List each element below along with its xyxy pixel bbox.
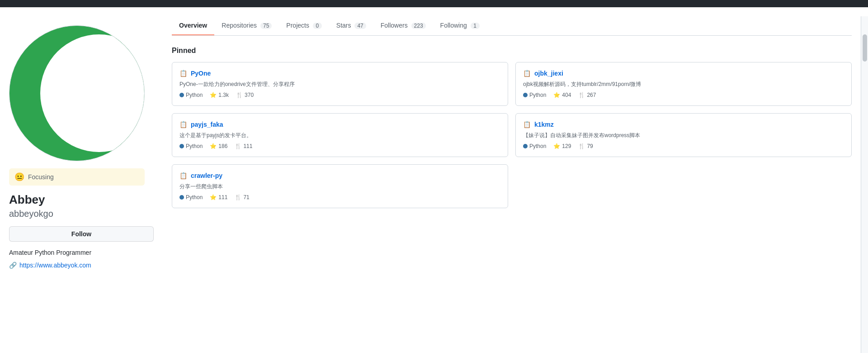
repo-lang-pyone: Python — [179, 92, 203, 98]
forks-count: 71 — [243, 194, 249, 200]
tab-following[interactable]: Following 1 — [433, 16, 487, 35]
stars-count: 1.3k — [218, 92, 229, 98]
fork-icon: 🍴 — [235, 143, 241, 149]
tab-stars[interactable]: Stars 47 — [329, 16, 373, 35]
repo-book-icon: 📋 — [179, 70, 187, 77]
pinned-grid: 📋 PyOne PyOne-一款给力的onedrive文件管理、分享程序 Pyt… — [172, 62, 852, 208]
tab-overview-label: Overview — [179, 22, 207, 29]
repo-lang-crawler: Python — [179, 194, 203, 200]
repo-book-icon: 📋 — [179, 121, 187, 128]
repo-card-pyone: 📋 PyOne PyOne-一款给力的onedrive文件管理、分享程序 Pyt… — [172, 62, 508, 106]
star-icon: ⭐ — [210, 194, 217, 200]
link-icon: 🔗 — [9, 262, 17, 269]
star-icon: ⭐ — [553, 92, 560, 98]
repo-book-icon: 📋 — [523, 70, 531, 77]
tab-repositories-count: 75 — [260, 23, 272, 29]
tab-stars-count: 47 — [354, 23, 366, 29]
tab-projects-label: Projects — [286, 22, 309, 29]
repo-book-icon: 📋 — [523, 121, 531, 128]
avatar-toggle-circle — [40, 34, 145, 152]
tab-overview[interactable]: Overview — [172, 16, 214, 35]
repo-desc-crawler: 分享一些爬虫脚本 — [179, 183, 500, 191]
forks-count: 79 — [587, 143, 593, 149]
tab-followers[interactable]: Followers 223 — [373, 16, 433, 35]
user-bio: Amateur Python Programmer — [9, 249, 154, 256]
lang-dot — [523, 93, 528, 97]
star-icon: ⭐ — [553, 143, 560, 149]
repo-name-k1kmz[interactable]: k1kmz — [534, 121, 554, 128]
repo-lang-label: Python — [186, 143, 203, 149]
repo-name-payjs[interactable]: payjs_faka — [191, 121, 223, 128]
stars-count: 129 — [562, 143, 571, 149]
fork-icon: 🍴 — [235, 194, 241, 200]
stars-count: 186 — [218, 143, 227, 149]
tab-projects[interactable]: Projects 0 — [279, 16, 329, 35]
repo-meta-k1kmz: Python ⭐ 129 🍴 79 — [523, 143, 844, 149]
tab-following-label: Following — [440, 22, 467, 29]
repo-forks-pyone: 🍴 370 — [236, 92, 254, 98]
repo-name-pyone[interactable]: PyOne — [191, 70, 211, 77]
repo-stars-ojbk: ⭐ 404 — [553, 92, 571, 98]
repo-forks-crawler: 🍴 71 — [235, 194, 249, 200]
forks-count: 370 — [245, 92, 254, 98]
repo-stars-k1kmz: ⭐ 129 — [553, 143, 571, 149]
repo-card-k1kmz: 📋 k1kmz 【妹子说】自动采集妹子图并发布wordpress脚本 Pytho… — [515, 113, 852, 157]
repo-card-ojbk: 📋 ojbk_jiexi ojbk视频解析源码，支持tumblr/2mm/91p… — [515, 62, 852, 106]
user-name: Abbey — [9, 193, 154, 207]
tab-projects-count: 0 — [313, 23, 322, 29]
repo-card-header: 📋 ojbk_jiexi — [523, 70, 844, 77]
repo-book-icon: 📋 — [179, 172, 187, 179]
website-link[interactable]: 🔗 https://www.abbeyok.com — [9, 262, 154, 269]
repo-stars-pyone: ⭐ 1.3k — [210, 92, 229, 98]
repo-forks-k1kmz: 🍴 79 — [578, 143, 593, 149]
lang-dot — [179, 195, 184, 200]
tab-followers-label: Followers — [381, 22, 408, 29]
focusing-label: Focusing — [28, 173, 54, 181]
avatar — [9, 25, 145, 161]
sidebar: 😐 Focusing Abbey abbeyokgo Follow Amateu… — [0, 16, 163, 353]
repo-desc-pyone: PyOne-一款给力的onedrive文件管理、分享程序 — [179, 81, 500, 88]
repo-stars-payjs: ⭐ 186 — [210, 143, 227, 149]
tab-repositories[interactable]: Repositories 75 — [214, 16, 279, 35]
repo-meta-ojbk: Python ⭐ 404 🍴 267 — [523, 92, 844, 98]
stars-count: 111 — [218, 194, 227, 200]
pinned-title: Pinned — [172, 47, 852, 55]
lang-dot — [523, 144, 528, 148]
repo-name-ojbk[interactable]: ojbk_jiexi — [534, 70, 563, 77]
tab-followers-count: 223 — [411, 23, 426, 29]
scrollbar-thumb[interactable] — [863, 34, 867, 62]
website-url: https://www.abbeyok.com — [19, 262, 91, 269]
repo-lang-payjs: Python — [179, 143, 203, 149]
repo-name-crawler[interactable]: crawler-py — [191, 172, 222, 179]
fork-icon: 🍴 — [578, 92, 585, 98]
lang-dot — [179, 144, 184, 148]
tab-stars-label: Stars — [336, 22, 351, 29]
repo-lang-k1kmz: Python — [523, 143, 546, 149]
star-icon: ⭐ — [210, 92, 217, 98]
repo-card-header: 📋 payjs_faka — [179, 121, 500, 128]
profile-tabs: Overview Repositories 75 Projects 0 Star… — [172, 16, 852, 36]
stars-count: 404 — [562, 92, 571, 98]
forks-count: 111 — [243, 143, 252, 149]
user-login: abbeyokgo — [9, 209, 154, 219]
tab-repositories-label: Repositories — [222, 22, 257, 29]
scrollbar-track[interactable] — [861, 16, 868, 353]
repo-card-payjs: 📋 payjs_faka 这个是基于payjs的发卡平台。 Python ⭐ 1… — [172, 113, 508, 157]
repo-forks-payjs: 🍴 111 — [235, 143, 252, 149]
repo-stars-crawler: ⭐ 111 — [210, 194, 227, 200]
repo-lang-label: Python — [186, 194, 203, 200]
repo-meta-crawler: Python ⭐ 111 🍴 71 — [179, 194, 500, 200]
repo-forks-ojbk: 🍴 267 — [578, 92, 596, 98]
follow-button[interactable]: Follow — [9, 226, 154, 242]
repo-lang-label: Python — [529, 92, 546, 98]
lang-dot — [179, 93, 184, 97]
focusing-badge: 😐 Focusing — [9, 168, 145, 186]
repo-meta-pyone: Python ⭐ 1.3k 🍴 370 — [179, 92, 500, 98]
repo-desc-ojbk: ojbk视频解析源码，支持tumblr/2mm/91porn/微博 — [523, 81, 844, 88]
repo-desc-payjs: 这个是基于payjs的发卡平台。 — [179, 132, 500, 139]
top-bar — [0, 0, 868, 7]
fork-icon: 🍴 — [578, 143, 585, 149]
repo-card-header: 📋 k1kmz — [523, 121, 844, 128]
repo-desc-k1kmz: 【妹子说】自动采集妹子图并发布wordpress脚本 — [523, 132, 844, 139]
fork-icon: 🍴 — [236, 92, 243, 98]
